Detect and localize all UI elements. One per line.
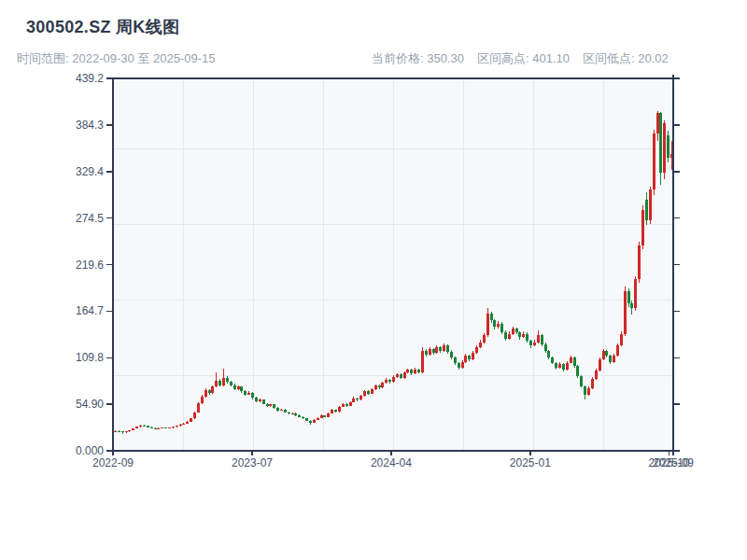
kline-chart-page: 300502.SZ 周K线图 时间范围: 2022-09-30 至 2025-0… (0, 0, 747, 560)
svg-text:109.8: 109.8 (76, 351, 104, 364)
svg-text:439.2: 439.2 (76, 72, 104, 85)
svg-text:2022-09: 2022-09 (92, 456, 134, 469)
svg-text:219.6: 219.6 (76, 259, 104, 272)
svg-text:2024-04: 2024-04 (371, 456, 412, 469)
svg-text:164.7: 164.7 (76, 304, 104, 317)
svg-text:384.3: 384.3 (76, 119, 104, 132)
svg-text:0.000: 0.000 (76, 444, 104, 457)
svg-text:54.90: 54.90 (76, 398, 104, 411)
svg-text:2023-07: 2023-07 (232, 456, 273, 469)
svg-text:329.4: 329.4 (76, 165, 104, 178)
svg-text:2025-01: 2025-01 (510, 456, 551, 469)
svg-text:2025-09: 2025-09 (653, 456, 694, 469)
svg-text:274.5: 274.5 (76, 212, 104, 225)
kline-chart: 0.00054.90109.8164.7219.6274.5329.4384.3… (0, 0, 747, 560)
